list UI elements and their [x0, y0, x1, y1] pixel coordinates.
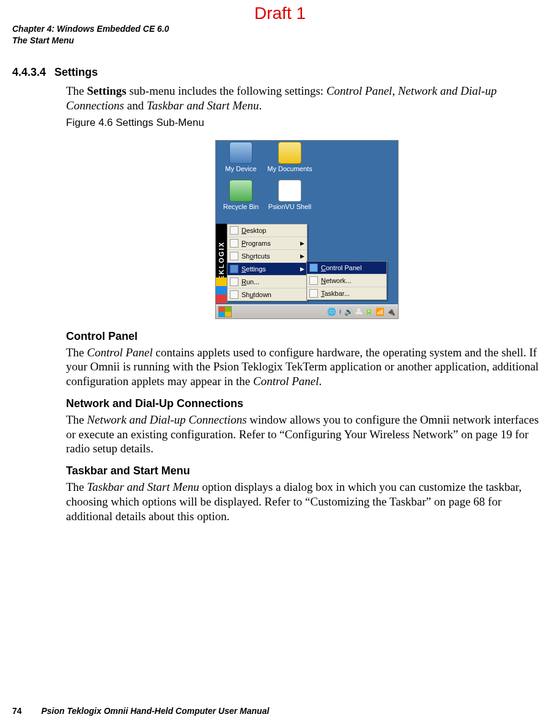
start-menu-item-shutdown[interactable]: Shutdown — [227, 289, 307, 301]
figure-settings-submenu: My Device My Documents Recycle Bin Psion… — [215, 140, 399, 319]
settings-icon — [230, 265, 238, 273]
desktop-icon-recycle-bin: Recycle Bin — [217, 180, 265, 210]
desktop-label: My Documents — [266, 165, 314, 172]
paragraph-taskbar: The Taskbar and Start Menu option displa… — [66, 480, 548, 523]
start-menu-item-shortcuts[interactable]: Shortcuts ▶ — [227, 250, 307, 263]
start-button[interactable] — [218, 306, 232, 317]
device-icon — [229, 142, 252, 164]
paragraph-control-panel: The Control Panel contains applets used … — [66, 345, 548, 389]
draft-watermark: Draft 1 — [0, 4, 560, 23]
ce-desktop: My Device My Documents Recycle Bin Psion… — [216, 141, 398, 304]
paragraph-network: The Network and Dial-up Connections wind… — [66, 413, 548, 456]
header-chapter: Chapter 4: Windows Embedded CE 6.0 — [12, 23, 169, 35]
psion-logo-blocks — [216, 278, 227, 303]
submenu-item-taskbar[interactable]: Taskbar... — [307, 287, 386, 300]
section-title: Settings — [54, 66, 98, 79]
desktop-label: PsionVU Shell — [266, 203, 314, 210]
page-header: Chapter 4: Windows Embedded CE 6.0 The S… — [12, 23, 169, 46]
section-number: 4.4.3.4 — [12, 66, 46, 79]
page-footer: 74 Psion Teklogix Omnii Hand-Held Comput… — [12, 706, 269, 716]
submenu-arrow-icon: ▶ — [300, 253, 304, 259]
subheading-network: Network and Dial-Up Connections — [66, 397, 548, 410]
subheading-taskbar: Taskbar and Start Menu — [66, 465, 548, 477]
desktop-label: My Device — [217, 165, 265, 172]
page-content: 4.4.3.4 Settings The Settings sub-menu i… — [12, 66, 548, 527]
shutdown-icon — [230, 290, 238, 299]
submenu-item-network[interactable]: Network... — [307, 274, 386, 287]
subheading-control-panel: Control Panel — [66, 330, 548, 343]
tray-signal-icon: 📶 — [375, 308, 385, 315]
page-number: 74 — [12, 706, 22, 716]
tray-network-icon: 🖧 — [355, 308, 363, 315]
tray-battery-icon: 🔋 — [364, 308, 374, 315]
intro-paragraph: The Settings sub-menu includes the follo… — [66, 84, 548, 113]
tray-globe-icon: 🌐 — [327, 308, 336, 315]
control-panel-icon — [309, 263, 318, 272]
network-icon — [309, 276, 318, 285]
tray-bluetooth-icon: ᚼ — [338, 308, 342, 315]
start-menu-item-programs[interactable]: Programs ▶ — [227, 237, 307, 250]
recycle-icon — [229, 180, 252, 202]
submenu-arrow-icon: ▶ — [300, 266, 304, 272]
run-icon — [230, 278, 238, 286]
shortcuts-icon — [230, 252, 238, 260]
system-tray: 🌐 ᚼ 🔊 🖧 🔋 📶 🔌 — [327, 308, 396, 315]
ce-taskbar: 🌐 ᚼ 🔊 🖧 🔋 📶 🔌 — [216, 304, 398, 318]
figure-caption: Figure 4.6 Settings Sub-Menu — [66, 117, 548, 129]
tray-plug-icon: 🔌 — [386, 308, 396, 315]
start-menu-item-run[interactable]: Run... — [227, 276, 307, 289]
app-icon — [278, 180, 301, 202]
footer-title: Psion Teklogix Omnii Hand-Held Computer … — [41, 706, 269, 716]
desktop-icon-my-documents: My Documents — [266, 142, 314, 172]
header-section: The Start Menu — [12, 35, 169, 46]
submenu-item-control-panel[interactable]: Control Panel — [307, 262, 386, 274]
tray-volume-icon: 🔊 — [344, 308, 353, 315]
desktop-icon-psionvu-shell: PsionVU Shell — [266, 180, 314, 210]
desktop-icon — [230, 226, 238, 235]
start-menu: Desktop Programs ▶ Shortcuts ▶ Sett — [227, 224, 308, 301]
section-heading: 4.4.3.4 Settings — [12, 66, 548, 79]
programs-icon — [230, 239, 238, 248]
desktop-label: Recycle Bin — [217, 203, 265, 210]
submenu-arrow-icon: ▶ — [300, 240, 304, 246]
start-menu-item-desktop[interactable]: Desktop — [227, 224, 307, 237]
desktop-icon-my-device: My Device — [217, 142, 265, 172]
start-menu-item-settings[interactable]: Settings ▶ — [227, 263, 307, 276]
taskbar-icon — [309, 289, 318, 298]
settings-submenu: Control Panel Network... Taskbar... — [306, 261, 387, 300]
folder-icon — [278, 142, 301, 164]
